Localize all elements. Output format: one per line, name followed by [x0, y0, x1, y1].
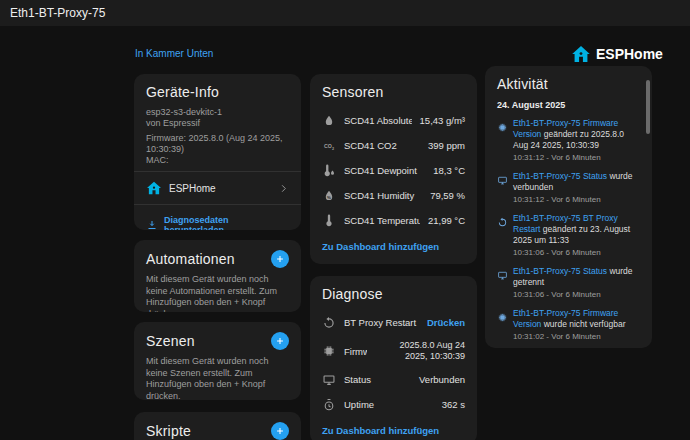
- sensor-name: SCD41 Temperature: [344, 215, 420, 226]
- breadcrumb-area-link[interactable]: In Kammer Unten: [135, 48, 213, 59]
- sensor-name: SCD41 Dewpoint: [344, 165, 425, 176]
- device-info-title: Geräte-Info: [146, 84, 289, 100]
- download-diagnostics-link[interactable]: Diagnosedaten herunterladen: [146, 210, 289, 230]
- entry-time: 10:31:12 - Vor 6 Minuten: [513, 153, 640, 162]
- entry-time: 10:31:06 - Vor 6 Minuten: [513, 248, 640, 257]
- topbar: Eth1-BT-Proxy-75: [0, 0, 690, 26]
- automations-empty-text: Mit diesem Gerät wurden noch keine Autom…: [146, 274, 289, 312]
- download-label: Diagnosedaten herunterladen: [164, 215, 289, 230]
- sensors-title: Sensoren: [322, 84, 465, 100]
- restart-icon: [497, 214, 508, 225]
- sensor-value: 21,99 °C: [428, 215, 465, 226]
- add-to-dashboard-link[interactable]: Zu Dashboard hinzufügen: [322, 241, 465, 252]
- scenes-card: Szenen Mit diesem Gerät wurden noch kein…: [134, 322, 301, 400]
- sensor-row-absolute-humidity[interactable]: SCD41 Absolute Humi... 15,43 g/m³: [322, 108, 465, 133]
- press-button[interactable]: Drücken: [427, 317, 465, 328]
- plus-icon: [275, 254, 285, 264]
- diagnose-title: Diagnose: [322, 286, 465, 302]
- brand: ESPHome: [571, 44, 663, 64]
- diagnose-name: Uptime: [344, 399, 434, 410]
- scenes-empty-text: Mit diesem Gerät wurden noch keine Szene…: [146, 356, 289, 400]
- diagnose-value: 362 s: [442, 399, 465, 410]
- water-drop-icon: [322, 114, 336, 128]
- diagnose-card: Diagnose BT Proxy Restart Drücken Firmwa…: [310, 276, 477, 440]
- device-manufacturer: von Espressif: [146, 118, 289, 129]
- entry-time: 10:31:06 - Vor 6 Minuten: [513, 290, 640, 299]
- diagnose-row-uptime[interactable]: Uptime 362 s: [322, 392, 465, 417]
- diagnose-row-bt-proxy-restart[interactable]: BT Proxy Restart Drücken: [322, 310, 465, 335]
- activity-card: Aktivität 24. August 2025 Eth1-BT-Proxy-…: [485, 66, 652, 348]
- logbook-entry: Eth1-BT-Proxy-75 Status wurde verbunden …: [497, 171, 640, 204]
- activity-title: Aktivität: [497, 76, 640, 92]
- entry-time: 10:31:12 - Vor 6 Minuten: [513, 195, 640, 204]
- sensors-card: Sensoren SCD41 Absolute Humi... 15,43 g/…: [310, 74, 477, 264]
- diagnose-row-firmware[interactable]: Firmware... 2025.8.0 Aug 24 2025, 10:30:…: [322, 335, 465, 367]
- monitor-icon: [322, 373, 336, 387]
- sensor-name: SCD41 Humidity: [344, 190, 422, 201]
- automations-title: Automationen: [146, 251, 235, 267]
- entity-link[interactable]: Eth1-BT-Proxy-75 Status: [513, 266, 607, 276]
- chevron-right-icon: [278, 183, 289, 194]
- scripts-card: Skripte: [134, 412, 301, 440]
- device-mac: MAC:: [146, 155, 289, 166]
- diagnose-name: BT Proxy Restart: [344, 317, 419, 328]
- download-icon: [146, 219, 158, 230]
- logbook-entry: Eth1-BT-Proxy-75 Status wurde getrennt 1…: [497, 266, 640, 299]
- page-title: Eth1-BT-Proxy-75: [10, 6, 105, 20]
- sensor-row-dewpoint[interactable]: SCD41 Dewpoint 18,3 °C: [322, 158, 465, 183]
- device-page: Eth1-BT-Proxy-75 In Kammer Unten ESPHome…: [0, 0, 690, 440]
- co2-icon: [322, 139, 336, 153]
- add-script-button[interactable]: [271, 422, 289, 440]
- timer-icon: [322, 398, 336, 412]
- sensor-row-co2[interactable]: SCD41 CO2 399 ppm: [322, 133, 465, 158]
- diagnose-row-status[interactable]: Status Verbunden: [322, 367, 465, 392]
- diagnose-value: 2025.8.0 Aug 24 2025, 10:30:39: [375, 340, 465, 362]
- scenes-title: Szenen: [146, 333, 195, 349]
- device-info-card: Geräte-Info esp32-s3-devkitc-1 von Espre…: [134, 74, 301, 230]
- entry-text: wurde nicht verfügbar: [544, 319, 626, 329]
- sensor-value: 18,3 °C: [433, 165, 465, 176]
- scripts-title: Skripte: [146, 423, 191, 439]
- activity-date-header: 24. August 2025: [497, 100, 640, 110]
- monitor-icon: [497, 172, 508, 183]
- chip-icon: [322, 344, 336, 358]
- restart-icon: [322, 316, 336, 330]
- logbook-entry: Eth1-BT-Proxy-75 Firmware Version wurde …: [497, 308, 640, 341]
- monitor-icon: [497, 267, 508, 278]
- sensor-value: 399 ppm: [428, 140, 465, 151]
- diagnose-value: Verbunden: [419, 374, 465, 385]
- chip-icon: [497, 309, 508, 320]
- divider: [134, 204, 301, 205]
- logbook-entry: Eth1-BT-Proxy-75 BT Proxy Restart geände…: [497, 213, 640, 257]
- brand-name: ESPHome: [596, 46, 663, 62]
- add-automation-button[interactable]: [271, 250, 289, 268]
- plus-icon: [275, 426, 285, 436]
- water-percent-icon: [322, 189, 336, 203]
- thermometer-water-icon: [322, 164, 336, 178]
- logbook-entry: Eth1-BT-Proxy-75 Firmware Version geände…: [497, 118, 640, 162]
- sensor-row-temperature[interactable]: SCD41 Temperature 21,99 °C: [322, 208, 465, 233]
- esphome-house-icon: [571, 44, 591, 64]
- entity-link[interactable]: Eth1-BT-Proxy-75 Status: [513, 171, 607, 181]
- sensor-value: 79,59 %: [430, 190, 465, 201]
- automations-card: Automationen Mit diesem Gerät wurden noc…: [134, 240, 301, 312]
- divider: [134, 171, 301, 172]
- sensor-name: SCD41 CO2: [344, 140, 420, 151]
- activity-scrollbar[interactable]: [646, 80, 650, 134]
- integration-label: ESPHome: [169, 183, 271, 194]
- integration-row-esphome[interactable]: ESPHome: [146, 177, 289, 199]
- diagnose-name: Status: [344, 374, 411, 385]
- thermometer-icon: [322, 214, 336, 228]
- device-model: esp32-s3-devkitc-1: [146, 107, 289, 118]
- add-scene-button[interactable]: [271, 332, 289, 350]
- esphome-house-icon: [146, 180, 162, 196]
- chip-icon: [497, 119, 508, 130]
- device-firmware: Firmware: 2025.8.0 (Aug 24 2025, 10:30:3…: [146, 133, 289, 155]
- sensor-value: 15,43 g/m³: [420, 115, 465, 126]
- diagnose-name: Firmware...: [344, 346, 367, 357]
- plus-icon: [275, 336, 285, 346]
- add-to-dashboard-link[interactable]: Zu Dashboard hinzufügen: [322, 425, 465, 436]
- sensor-row-humidity[interactable]: SCD41 Humidity 79,59 %: [322, 183, 465, 208]
- sensor-name: SCD41 Absolute Humi...: [344, 115, 412, 126]
- entry-time: 10:31:02 - Vor 6 Minuten: [513, 332, 640, 341]
